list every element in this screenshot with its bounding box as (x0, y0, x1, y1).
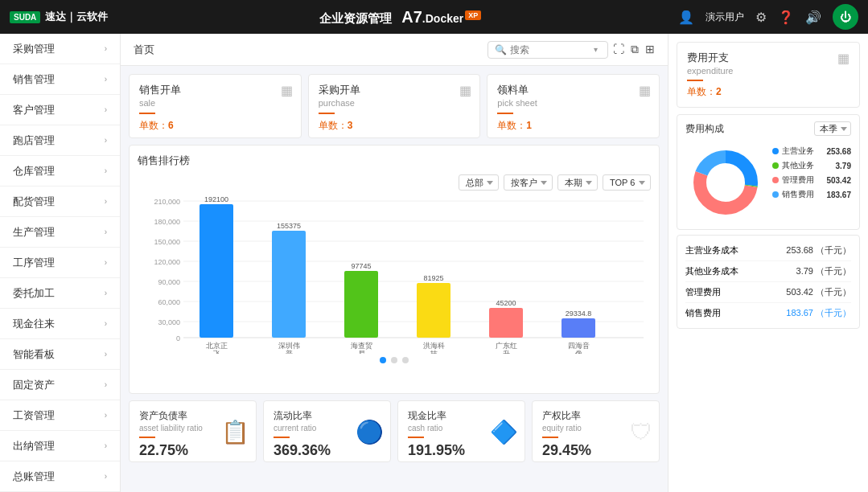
legend-value: 183.67 (826, 191, 851, 199)
stat-icon: 🔵 (356, 418, 384, 445)
chevron-right-icon: › (105, 136, 107, 145)
sidebar-item-label: 客户管理 (13, 103, 55, 117)
sidebar-item-xianjin[interactable]: 现金往来 › (0, 309, 120, 339)
top-nav: SUDA 速达｜云软件 企业资源管理 A7.DockerXP 👤 演示用户 ⚙ … (0, 0, 868, 34)
fee-label: 主营业务成本 (685, 244, 738, 256)
expand-icon[interactable]: ⛶ (613, 43, 624, 56)
svg-point-44 (710, 166, 742, 199)
svg-text:洪海科: 洪海科 (423, 342, 445, 350)
fee-compose-title: 费用构成 (685, 122, 724, 136)
dot-3[interactable] (402, 357, 409, 363)
split-icon[interactable]: ⊞ (645, 43, 655, 56)
period-filter[interactable]: 本期 (557, 174, 598, 191)
calculator-icon: ▦ (281, 83, 293, 98)
sidebar-item-zongzhang[interactable]: 总账管理 › (0, 461, 120, 492)
by-filter[interactable]: 按客户 (504, 174, 553, 191)
sidebar-item-kehuguanli[interactable]: 客户管理 › (0, 95, 120, 125)
chevron-right-icon: › (105, 411, 107, 420)
search-input[interactable] (510, 44, 590, 55)
sidebar-item-label: 智能看板 (13, 347, 55, 362)
help-icon[interactable]: ❓ (778, 10, 794, 25)
svg-text:像: 像 (575, 350, 582, 354)
chevron-right-icon: › (105, 441, 107, 450)
sidebar-item-shengchan[interactable]: 生产管理 › (0, 217, 120, 248)
dept-filter[interactable]: 总部 (459, 174, 499, 191)
fee-compose-section: 费用构成 本季 本年 本月 (677, 114, 860, 230)
power-button[interactable]: ⏻ (833, 4, 858, 30)
sidebar-item-chuna[interactable]: 出纳管理 › (0, 431, 120, 461)
search-box[interactable]: 🔍 ▾ (487, 41, 608, 59)
nav-icons: 👤 演示用户 ⚙ ❓ 🔊 ⏻ (678, 4, 858, 30)
svg-rect-20 (272, 231, 306, 338)
legend-value: 3.79 (836, 162, 851, 170)
logo-text: 速达｜云软件 (45, 10, 108, 24)
sidebar-item-gongxu[interactable]: 工序管理 › (0, 248, 120, 278)
sidebar-item-caigoguanli[interactable]: 采购管理 › (0, 34, 120, 64)
svg-text:海查贸: 海查贸 (351, 342, 372, 350)
sound-icon[interactable]: 🔊 (805, 10, 821, 25)
chevron-right-icon: › (105, 105, 107, 114)
logo-area: SUDA 速达｜云软件 (10, 10, 122, 24)
legend-value: 503.42 (826, 176, 851, 185)
sidebar-item-weituo[interactable]: 委托加工 › (0, 278, 120, 309)
top-filter[interactable]: TOP 6 (603, 174, 651, 191)
fee-row: 销售费用 183.67 （千元） (685, 303, 851, 323)
svg-text:深圳伟: 深圳伟 (278, 342, 300, 350)
fee-card-title: 费用开支 (687, 51, 734, 65)
sidebar-item-label: 采购管理 (13, 42, 55, 56)
sidebar-item-label: 委托加工 (13, 286, 55, 301)
fee-amount-blue: 183.67 （千元） (786, 307, 851, 319)
sidebar-item-label: 仓库管理 (13, 164, 55, 178)
right-panel: 费用开支 expenditure 单数：2 ▦ 费用构成 本季 本年 本月 (668, 34, 868, 492)
card-subtitle: sale (139, 98, 291, 108)
bottom-stats-row: 资产负债率 asset liability ratio 22.75% 📋 流动比… (121, 394, 668, 462)
sidebar-item-cangku[interactable]: 仓库管理 › (0, 156, 120, 187)
sidebar-item-label: 工资管理 (13, 408, 55, 423)
chevron-right-icon: › (105, 166, 107, 175)
svg-text:120,000: 120,000 (154, 258, 180, 266)
dot-1[interactable] (380, 357, 386, 363)
stat-icon: 🛡 (630, 418, 652, 445)
bar-chart: 210,000 180,000 150,000 120,000 90,000 6… (138, 197, 651, 354)
sidebar-item-xiaoshouguanli[interactable]: 销售管理 › (0, 64, 120, 95)
user-label: 演示用户 (706, 10, 744, 24)
stat-divider (139, 437, 155, 438)
card-title: 采购开单 (319, 83, 471, 97)
svg-text:29334.8: 29334.8 (566, 310, 592, 318)
card-divider (497, 113, 513, 114)
legend-item: 销售费用 183.67 (772, 189, 851, 200)
breadcrumb-bar: 首页 🔍 ▾ ⛶ ⧉ ⊞ (121, 34, 668, 66)
chevron-right-icon: › (105, 75, 107, 84)
svg-rect-16 (200, 204, 233, 338)
equity-ratio-card: 产权比率 equity ratio 29.45% 🛡 (532, 400, 660, 462)
legend-dot (772, 191, 779, 198)
sidebar-item-kanban[interactable]: 智能看板 › (0, 339, 120, 370)
settings-icon[interactable]: ⚙ (755, 10, 767, 25)
chevron-right-icon: › (105, 350, 107, 359)
legend-dot (772, 148, 779, 154)
sidebar-item-label: 总账管理 (13, 469, 55, 484)
fee-row: 其他业务成本 3.79 （千元） (685, 261, 851, 282)
search-icon: 🔍 (495, 44, 507, 55)
svg-text:81925: 81925 (423, 274, 443, 282)
window-icon[interactable]: ⧉ (631, 43, 639, 56)
svg-text:升: 升 (503, 350, 510, 354)
svg-text:192100: 192100 (204, 197, 228, 203)
chevron-down-icon: ▾ (594, 45, 598, 54)
legend-value: 253.68 (826, 147, 851, 156)
card-count: 单数：1 (497, 119, 649, 133)
logo-badge: SUDA (10, 11, 40, 23)
chevron-right-icon: › (105, 380, 107, 389)
legend-dot (772, 162, 779, 169)
sidebar-item-paodian[interactable]: 跑店管理 › (0, 125, 120, 156)
svg-text:易: 易 (358, 350, 365, 354)
fee-period-filter[interactable]: 本季 本年 本月 (814, 121, 851, 136)
sidebar-item-peihuo[interactable]: 配货管理 › (0, 187, 120, 217)
stat-divider (274, 437, 290, 438)
sidebar-item-gongzi[interactable]: 工资管理 › (0, 400, 120, 431)
xp-badge: XP (465, 10, 481, 20)
dot-2[interactable] (391, 357, 397, 363)
donut-section: 主营业务 253.68 其他业务 3.79 管理费用 503.42 销售费用 1… (685, 142, 851, 223)
sidebar-item-gudingzichan[interactable]: 固定资产 › (0, 370, 120, 400)
fee-amount: 3.79 （千元） (796, 265, 851, 277)
